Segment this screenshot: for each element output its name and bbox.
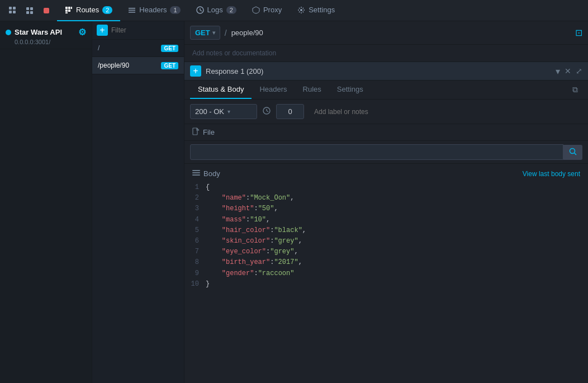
body-section: Body View last body sent 1 { 2 "name" : …: [184, 164, 588, 383]
maximize-response-button[interactable]: ⤢: [576, 66, 582, 77]
tab-headers-label: Headers: [139, 6, 167, 14]
url-input[interactable]: [231, 29, 571, 37]
tab-logs-badge: 2: [226, 6, 236, 14]
line-num-4: 4: [190, 215, 206, 225]
nav-icon-2[interactable]: [25, 6, 35, 16]
sidebar-app-name: Star Wars API ⚙: [6, 27, 86, 37]
svg-rect-5: [30, 7, 33, 10]
json-key-6: "skin_color": [206, 236, 270, 247]
add-response-button[interactable]: +: [190, 65, 201, 77]
json-key-3: "height": [206, 204, 254, 214]
routes-panel: + / GET /people/90 GET: [92, 21, 184, 383]
tab-settings[interactable]: Settings: [290, 0, 343, 21]
tab-proxy[interactable]: Proxy: [244, 0, 290, 21]
svg-rect-2: [9, 11, 12, 13]
line-num-6: 6: [190, 236, 206, 247]
tab-status-body-label: Status & Body: [198, 85, 244, 93]
line-num-1: 1: [190, 182, 206, 193]
line-num-8: 8: [190, 257, 206, 268]
code-line-1: 1 {: [190, 182, 582, 193]
code-line-6: 6 "skin_color" : "grey" ,: [190, 236, 582, 247]
code-editor[interactable]: 1 { 2 "name" : "Mock_Oon" , 3 "height" :: [184, 182, 588, 290]
filter-input[interactable]: [111, 26, 179, 34]
line-num-2: 2: [190, 193, 206, 204]
svg-rect-3: [13, 11, 16, 13]
tab-bar: Status & Body Headers Rules Settings ⧉: [184, 81, 588, 100]
response-actions: ▾ ✕ ⤢: [556, 66, 582, 77]
route-item-root[interactable]: / GET: [92, 40, 184, 57]
delay-input[interactable]: [276, 104, 304, 119]
top-nav: Routes 2 Headers 1 Logs 2 Proxy: [0, 0, 588, 21]
nav-icon-1[interactable]: [8, 6, 18, 16]
code-content-1: {: [206, 182, 210, 193]
notes-bar[interactable]: Add notes or documentation: [184, 45, 588, 62]
method-select[interactable]: GET ▾: [190, 26, 220, 40]
route-badge-people: GET: [161, 62, 178, 69]
sidebar-header: Star Wars API ⚙ 0.0.0.0:3001/: [0, 21, 92, 49]
sidebar: Star Wars API ⚙ 0.0.0.0:3001/: [0, 21, 92, 383]
label-input[interactable]: [310, 105, 582, 119]
url-bar: GET ▾ / ⊡: [184, 21, 588, 45]
file-search-button[interactable]: [563, 145, 582, 160]
status-code-label: 200 - OK: [195, 107, 224, 116]
svg-rect-16: [129, 10, 135, 11]
file-icon: [192, 127, 200, 137]
nav-icon-stop[interactable]: [41, 6, 51, 16]
json-value-6: "grey": [274, 236, 298, 247]
external-link-icon[interactable]: ⊡: [575, 27, 582, 38]
svg-rect-4: [26, 7, 29, 10]
line-num-9: 9: [190, 268, 206, 279]
tab-settings-label: Settings: [309, 6, 335, 14]
code-line-5: 5 "hair_color" : "black" ,: [190, 225, 582, 236]
tab-routes-label: Routes: [76, 6, 99, 14]
close-response-button[interactable]: ✕: [565, 66, 571, 77]
json-value-7: "grey": [270, 247, 294, 257]
json-value-8: "2017": [274, 257, 298, 268]
tab-settings[interactable]: Settings: [329, 81, 371, 99]
add-route-button[interactable]: +: [97, 25, 108, 36]
line-num-7: 7: [190, 247, 206, 257]
line-num-3: 3: [190, 204, 206, 214]
main-layout: Star Wars API ⚙ 0.0.0.0:3001/ + / GET /p…: [0, 21, 588, 383]
tab-settings-label: Settings: [337, 85, 363, 93]
json-key-4: "mass": [206, 215, 246, 225]
tab-headers[interactable]: Headers 1: [120, 0, 188, 21]
body-header: Body View last body sent: [184, 167, 588, 182]
body-label: Body: [203, 169, 220, 178]
json-value-5: "black": [274, 225, 302, 236]
route-path-root: /: [98, 44, 99, 52]
response-chevron-icon[interactable]: ▾: [556, 66, 560, 77]
json-value-4: "10": [250, 215, 266, 225]
tab-status-body[interactable]: Status & Body: [190, 81, 252, 99]
svg-rect-8: [44, 8, 49, 13]
svg-rect-1: [13, 7, 16, 10]
tab-logs[interactable]: Logs 2: [188, 0, 244, 21]
body-icon: [192, 169, 200, 178]
svg-point-26: [570, 148, 575, 153]
top-nav-icons: [2, 6, 57, 16]
route-item-people[interactable]: /people/90 GET: [92, 57, 184, 74]
status-dot: [6, 30, 11, 35]
svg-rect-12: [65, 10, 68, 12]
code-line-3: 3 "height" : "50" ,: [190, 204, 582, 214]
route-path-people: /people/90: [98, 62, 129, 69]
svg-rect-11: [71, 7, 72, 9]
view-last-body-link[interactable]: View last body sent: [523, 170, 580, 178]
file-row: File: [184, 124, 588, 141]
code-line-4: 4 "mass" : "10" ,: [190, 215, 582, 225]
code-line-7: 7 "eye_color" : "grey" ,: [190, 247, 582, 257]
tab-routes[interactable]: Routes 2: [57, 0, 120, 21]
clock-icon: [263, 107, 271, 116]
svg-rect-14: [65, 12, 68, 13]
response-title: Response 1 (200): [206, 67, 551, 75]
sidebar-settings-icon[interactable]: ⚙: [78, 27, 86, 37]
json-value-2: "Mock_Oon": [250, 193, 290, 204]
tab-headers[interactable]: Headers: [252, 81, 295, 99]
line-num-10: 10: [190, 279, 206, 290]
svg-line-27: [575, 153, 577, 155]
tab-headers-label: Headers: [259, 85, 287, 93]
status-code-select[interactable]: 200 - OK ▾: [190, 104, 257, 119]
tab-rules[interactable]: Rules: [295, 81, 329, 99]
copy-icon[interactable]: ⧉: [568, 81, 582, 99]
file-input-box[interactable]: [190, 144, 563, 160]
